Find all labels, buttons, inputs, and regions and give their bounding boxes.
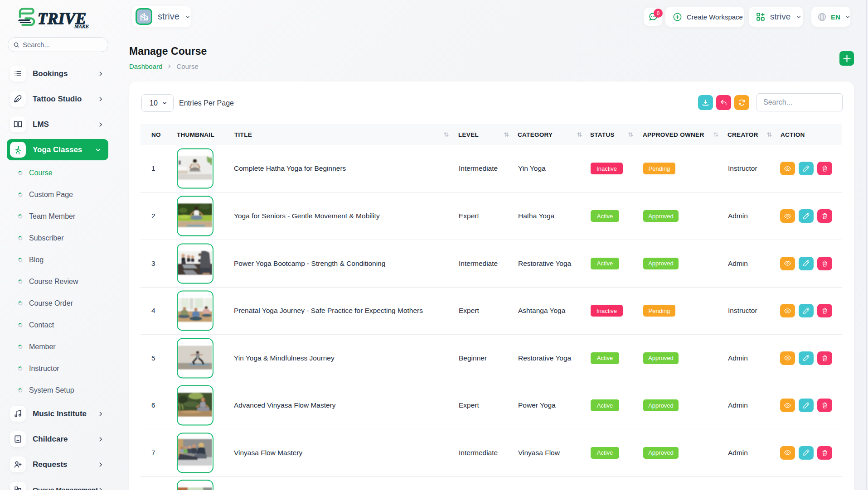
svg-text:MAKE: MAKE xyxy=(74,24,89,29)
